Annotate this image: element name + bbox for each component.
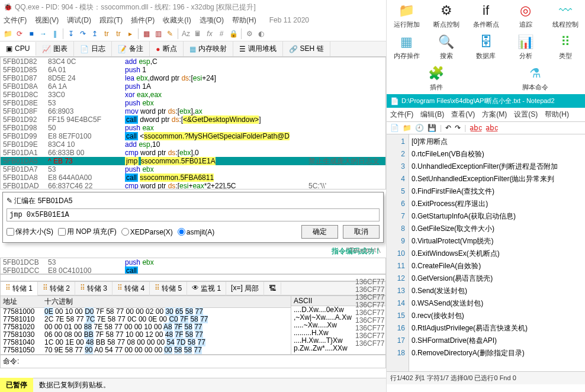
patch-icon[interactable]: ▥ [153, 28, 163, 39]
step-out-icon[interactable]: ↥ [89, 28, 100, 39]
disasm-row[interactable]: 5FB01DAD66:837C46 22 cmp word ptr ds:[es… [1, 182, 385, 189]
tab-dump3[interactable]: ⠿转储 3 [75, 282, 112, 295]
tab-note[interactable]: 📝备注 [112, 41, 150, 56]
menu-file[interactable]: 文件(F) [4, 15, 27, 25]
run-to-icon[interactable]: ▸ [125, 28, 136, 39]
plugin-tool-运行附加[interactable]: 📁运行附加 [393, 2, 421, 29]
np-menu-settings[interactable]: 设置(S) [514, 110, 538, 120]
np-replace-icon[interactable]: a͟b͟c [486, 124, 498, 132]
plugin-tool-数据库[interactable]: 🗄数据库 [472, 34, 500, 60]
open-icon[interactable]: 📁 [2, 28, 13, 39]
disasm-row[interactable]: 5FB01DA8E8 644A0A00call ssocommon.5FBA68… [1, 173, 385, 182]
notepad-line[interactable]: 0.WSASend(发送封包) [412, 297, 583, 310]
notepad-line[interactable]: 0.SHFormatDrive(格盘API) [412, 335, 583, 347]
comment-icon[interactable]: ✎ [165, 28, 175, 39]
plugin-tool-条件断点[interactable]: if条件断点 [472, 2, 500, 29]
plugin-tool-分析[interactable]: 📊分析 [512, 34, 540, 60]
notepad-line[interactable]: 0.Send(发送封包) [412, 285, 583, 297]
xedparse-radio[interactable]: XEDParse(X) [121, 228, 173, 236]
disasm-row[interactable]: 5FB01D99E8 8E7F0100call <ssocommon.?MySH… [1, 132, 385, 140]
stop-icon[interactable]: ■ [26, 28, 37, 39]
plugin-tool-追踪[interactable]: ◎追踪 [512, 2, 540, 29]
menu-view[interactable]: 视图(V) [35, 15, 59, 25]
np-new-icon[interactable]: 📄 [390, 124, 399, 132]
notepad-text[interactable]: [0]常用断点0.rtcFileLen(VB自校验)0.UnhandledExc… [409, 134, 585, 371]
np-undo-icon[interactable]: ↶ [445, 124, 451, 132]
disasm-row[interactable]: 5FB01D8F66:8903mov word ptr ds:[ebx],ax [1, 107, 385, 115]
np-menu-help[interactable]: 帮助(H) [545, 110, 569, 120]
notepad-line[interactable]: 0.RemoveDirectoryA(删除指定目录) [412, 347, 583, 359]
notepad-line[interactable]: 0.CreateFileA(自效验) [412, 260, 583, 272]
disasm-row[interactable]: 5FB01D8283C4 0Cadd esp,C [1, 57, 385, 66]
disasm-row[interactable]: 5FB01DCB53push ebx [1, 258, 385, 266]
hex-dump[interactable]: 地址 7758100077581010775810207758103077581… [0, 295, 386, 355]
notepad-line[interactable]: 0.GetStartupInfoA(获取启动信息) [412, 210, 583, 223]
disasm-row[interactable]: 5FB01D92FF15 94E4BC5Fcall dword ptr ds:[… [1, 115, 385, 124]
nop-fill-checkbox[interactable]: 用 NOP 填充(F) [58, 227, 117, 237]
tab-dump2[interactable]: ⠿转储 2 [38, 282, 75, 295]
step-over-icon[interactable]: ↷ [78, 28, 88, 39]
tab-watch[interactable]: 👁监视 1 [187, 282, 226, 295]
keep-size-checkbox[interactable]: 保持大小(S) [7, 227, 53, 237]
tab-dump1[interactable]: ⠿转储 1 [1, 282, 38, 295]
tab-struct[interactable]: 🏗 [264, 282, 281, 294]
calc-icon[interactable]: 🖩 [192, 28, 203, 39]
disasm-row[interactable]: 5FB01DA166:833B 00cmp word ptr ds:[ebx],… [1, 149, 385, 157]
disasm-row[interactable]: 5FB01D8A6A 1Apush 1A [1, 82, 385, 91]
tab-log[interactable]: 📄日志 [74, 41, 112, 56]
disasm-row[interactable]: 5FB01D8C33C0xor eax,eax [1, 91, 385, 99]
menu-help[interactable]: 帮助(H) [232, 15, 256, 25]
np-hist-icon[interactable]: 🕘 [415, 124, 424, 132]
notepad-line[interactable]: 0.rtcFileLen(VB自校验) [412, 148, 583, 160]
disasm-row[interactable]: 5FB01DCCE8 0C410100call [1, 266, 385, 274]
cancel-button[interactable]: 取消 [343, 225, 380, 239]
disasm-row[interactable]: 5FB01DA753push ebx [1, 165, 385, 173]
tab-dump4[interactable]: ⠿转储 4 [112, 282, 150, 295]
plugin-tool-线程控制[interactable]: 〰线程控制 [551, 2, 580, 29]
np-menu-scheme[interactable]: 方案(M) [482, 110, 507, 120]
tab-stack[interactable]: ☰调用堆栈 [233, 41, 283, 56]
menu-trace[interactable]: 跟踪(T) [99, 15, 123, 25]
tab-mem[interactable]: ▦内存映射 [184, 41, 233, 56]
disasm-row[interactable]: 5FB01D9E83C4 10add esp,10 [1, 140, 385, 149]
tab-dump5[interactable]: ⠿转储 5 [150, 282, 187, 295]
pause-icon[interactable]: ‖ [50, 28, 60, 39]
plugin-tool-插件[interactable]: 🧩插件 [422, 65, 451, 92]
command-input[interactable] [21, 358, 383, 366]
tab-bp[interactable]: ●断点 [150, 41, 183, 56]
disasm-row[interactable]: 5FB01D8E53push ebx [1, 99, 385, 107]
tab-seh[interactable]: 🔗SEH 链 [283, 41, 330, 56]
disasm-row[interactable]: 5FB01D878D5E 24lea ebx,dword ptr ds:[esi… [1, 74, 385, 82]
np-menu-edit[interactable]: 编辑(B) [420, 110, 444, 120]
plugin-tool-脚本命令[interactable]: ⚗脚本命令 [521, 65, 549, 92]
plugin-tool-内存操作[interactable]: ▦内存操作 [393, 34, 421, 60]
disasm-row[interactable]: 5FB01D9850push eax [1, 124, 385, 132]
notepad-line[interactable]: [0]常用断点 [412, 136, 583, 148]
menu-plugin[interactable]: 插件(P) [131, 15, 155, 25]
disasm-row[interactable]: 5FB01DA5^ EB 73jmp ssocommon.5FB01E1A禁止生… [1, 157, 385, 165]
notepad-line[interactable]: 0.FindFirstFileA(查找文件) [412, 185, 583, 198]
notepad-line[interactable]: 0.recv(接收封包) [412, 310, 583, 322]
step-into-icon[interactable]: ↧ [66, 28, 76, 39]
lock-icon[interactable]: 🔒 [228, 28, 239, 39]
plugin-tool-搜索[interactable]: 🔍搜索 [432, 34, 461, 60]
plugin-tool-类型[interactable]: ⠿类型 [551, 34, 580, 60]
tab-chart[interactable]: 📈图表 [36, 41, 74, 56]
notepad-line[interactable]: 0.VirtualProtect(Vmp脱壳) [412, 235, 583, 248]
fx-icon[interactable]: fx [204, 28, 215, 39]
menu-debug[interactable]: 调试(D) [67, 15, 91, 25]
np-save-icon[interactable]: 💾 [427, 124, 436, 132]
notepad-line[interactable]: 0.SetUnhandledExceptionFilter(抛出异常来判 [412, 173, 583, 185]
notepad-line[interactable]: 0.ExitProcess(程序退出) [412, 198, 583, 210]
disasm-row[interactable]: 5FB01D856A 01push 1 [1, 66, 385, 74]
restart-icon[interactable]: ⟳ [14, 28, 25, 39]
menu-opt[interactable]: 选项(O) [200, 15, 224, 25]
notepad-line[interactable]: 0.RtlAdjustPrivilege(易语言快速关机) [412, 322, 583, 335]
grid-icon[interactable]: ▦ [141, 28, 152, 39]
np-find-icon[interactable]: a͟b͟c [470, 124, 482, 132]
disassembly-view[interactable]: 5FB01D8283C4 0Cadd esp,C5FB01D856A 01pus… [0, 57, 386, 189]
notepad-line[interactable]: 0.UnhandledExceptionFilter(判断进程是否附加 [412, 160, 583, 173]
np-menu-file[interactable]: 文件(F) [390, 110, 413, 120]
settings-icon[interactable]: ⚙ [244, 28, 255, 39]
hash-icon[interactable]: # [216, 28, 227, 39]
